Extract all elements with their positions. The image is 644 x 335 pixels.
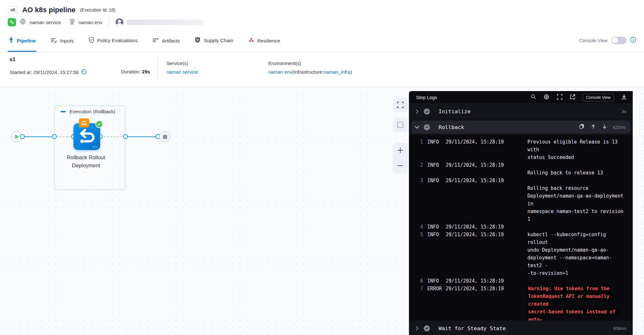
step-logs-panel: Step Logs Console View bbox=[409, 91, 633, 335]
log-line: 3 INFO 29/11/2024, 15:28:19 Rolling back… bbox=[419, 177, 626, 223]
log-level: INFO bbox=[427, 138, 441, 161]
connector-start[interactable] bbox=[20, 134, 25, 139]
tab-policy-evaluations[interactable]: Policy Evaluations bbox=[88, 37, 138, 52]
log-section-wait-for-steady-state[interactable]: Wait for Steady State 658ms bbox=[409, 321, 633, 335]
log-level: INFO bbox=[427, 231, 441, 277]
policy-shield-icon bbox=[89, 37, 94, 44]
chevron-down-icon bbox=[413, 126, 421, 129]
environment-link[interactable]: naman env bbox=[268, 69, 292, 75]
log-level: ERROR bbox=[427, 285, 441, 321]
log-line-number: 1 bbox=[419, 138, 423, 161]
pipeline-execution-page: v0 AO k8s pipeline (Execution Id: 18) na… bbox=[0, 0, 644, 335]
execution-history-icon[interactable] bbox=[81, 69, 87, 76]
chevron-right-icon bbox=[413, 326, 421, 330]
code-glyph: </> bbox=[92, 145, 98, 149]
log-timestamp: 29/11/2024, 15:28:19 bbox=[446, 231, 523, 277]
rollout-undo-badge-icon bbox=[79, 118, 89, 127]
zoom-in-button[interactable] bbox=[393, 143, 408, 158]
execution-id-label: (Execution Id: 18) bbox=[80, 7, 115, 13]
log-level: INFO bbox=[427, 177, 441, 223]
tab-artifacts[interactable]: Artifacts bbox=[152, 37, 180, 52]
log-line-number: 4 bbox=[419, 223, 423, 231]
step-duration: 658ms bbox=[613, 326, 626, 331]
log-panel-header: Step Logs Console View bbox=[409, 91, 633, 104]
infrastructure-link[interactable]: naman_infra bbox=[324, 69, 350, 75]
artifacts-icon bbox=[152, 37, 159, 44]
cd-module-icon bbox=[8, 18, 16, 26]
stage-duration: Duration: 29s bbox=[121, 69, 150, 74]
canvas-zoom-controls bbox=[393, 143, 408, 173]
zoom-out-button[interactable] bbox=[393, 158, 408, 173]
tab-pipeline[interactable]: Pipeline bbox=[8, 37, 36, 52]
log-search-icon[interactable] bbox=[531, 94, 536, 101]
info-icon[interactable] bbox=[630, 37, 636, 44]
stage-divider bbox=[157, 58, 158, 80]
header-env-name: naman env bbox=[79, 20, 102, 25]
step-success-icon bbox=[424, 108, 430, 115]
stage-info-bar: s1 Started at: 29/11/2024, 15:27:56 Dura… bbox=[0, 52, 644, 87]
log-line-number: 5 bbox=[419, 231, 423, 277]
canvas-controls bbox=[393, 98, 408, 173]
log-download-icon[interactable] bbox=[621, 94, 627, 101]
pipeline-end-node[interactable] bbox=[159, 131, 170, 142]
resilience-chaos-icon bbox=[248, 37, 254, 44]
log-line: 6 INFO 29/11/2024, 15:28:19 bbox=[419, 277, 626, 285]
edge-start-to-group bbox=[22, 136, 55, 137]
log-section-initialize[interactable]: Initialize 3s bbox=[409, 104, 633, 119]
log-message bbox=[527, 277, 626, 285]
edge-group-to-end bbox=[128, 136, 160, 137]
service-link[interactable]: naman service bbox=[166, 69, 198, 75]
log-level: INFO bbox=[427, 277, 441, 285]
log-timestamp: 29/11/2024, 15:28:19 bbox=[446, 138, 523, 161]
log-line: 5 INFO 29/11/2024, 15:28:19 kubectl --ku… bbox=[419, 231, 626, 277]
pipeline-icon bbox=[8, 37, 14, 44]
log-timestamp: 29/11/2024, 15:28:19 bbox=[446, 161, 523, 177]
supply-chain-shield-icon bbox=[194, 37, 201, 44]
log-section-rollback[interactable]: Rollback 422ms bbox=[409, 119, 633, 135]
collapse-group-icon[interactable] bbox=[61, 111, 66, 112]
group-label: Execution (Rollback) bbox=[70, 109, 115, 115]
tab-supply-chain[interactable]: Supply Chain bbox=[194, 37, 234, 52]
tab-resilience[interactable]: Resilience bbox=[248, 37, 281, 52]
log-level: INFO bbox=[427, 161, 441, 177]
app-header: v0 AO k8s pipeline (Execution Id: 18) na… bbox=[0, 0, 644, 28]
environments-column: Environment(s) naman env(Infrastructure:… bbox=[268, 60, 352, 75]
rollback-step-node[interactable]: </> bbox=[73, 123, 100, 150]
log-lines-container[interactable]: 1 INFO 29/11/2024, 15:28:19 Previous eli… bbox=[409, 135, 633, 321]
console-view-toggle[interactable] bbox=[611, 37, 626, 44]
stop-icon bbox=[163, 135, 167, 139]
page-title: AO k8s pipeline bbox=[22, 6, 75, 14]
header-service-name: naman service bbox=[30, 20, 61, 25]
log-timestamp: 29/11/2024, 15:28:19 bbox=[446, 277, 523, 285]
redacted-user-email bbox=[127, 20, 204, 25]
log-timestamp: 29/11/2024, 15:28:19 bbox=[446, 285, 523, 321]
log-settings-gear-icon[interactable] bbox=[543, 94, 550, 101]
stage-name: s1 bbox=[10, 57, 15, 62]
tab-inputs[interactable]: Inputs bbox=[50, 37, 74, 52]
log-line-number: 2 bbox=[419, 161, 423, 177]
log-message bbox=[527, 223, 626, 231]
step-duration: 422ms bbox=[612, 125, 626, 130]
step-success-icon bbox=[424, 124, 430, 130]
log-timestamp: 29/11/2024, 15:28:19 bbox=[446, 223, 523, 231]
log-fullscreen-icon[interactable] bbox=[557, 94, 563, 101]
header-divider bbox=[109, 17, 109, 27]
log-console-view-button[interactable]: Console View bbox=[582, 94, 614, 101]
log-line: 1 INFO 29/11/2024, 15:28:19 Previous eli… bbox=[419, 138, 626, 161]
canvas-fullscreen-button[interactable] bbox=[393, 98, 408, 112]
stage-started: Started at: 29/11/2024, 15:27:56 bbox=[10, 69, 87, 76]
scroll-up-icon[interactable] bbox=[591, 124, 595, 130]
log-open-external-icon[interactable] bbox=[570, 94, 575, 101]
play-icon bbox=[15, 135, 19, 139]
rollback-node-label: Rollback Rollout Deployment bbox=[54, 154, 118, 170]
services-column: Service(s) naman service bbox=[166, 60, 198, 75]
log-level: INFO bbox=[427, 223, 441, 231]
user-avatar-icon bbox=[116, 18, 123, 26]
main-area: Execution (Rollback) </> Rollback Rollo bbox=[0, 87, 644, 335]
log-message: kubectl --kubeconfig=config rollout undo… bbox=[527, 231, 626, 277]
scroll-down-icon[interactable] bbox=[602, 124, 607, 130]
step-success-icon bbox=[424, 325, 430, 331]
log-line-number: 7 bbox=[419, 285, 423, 321]
canvas-select-region-button[interactable] bbox=[393, 117, 408, 132]
copy-logs-icon[interactable] bbox=[579, 124, 584, 130]
